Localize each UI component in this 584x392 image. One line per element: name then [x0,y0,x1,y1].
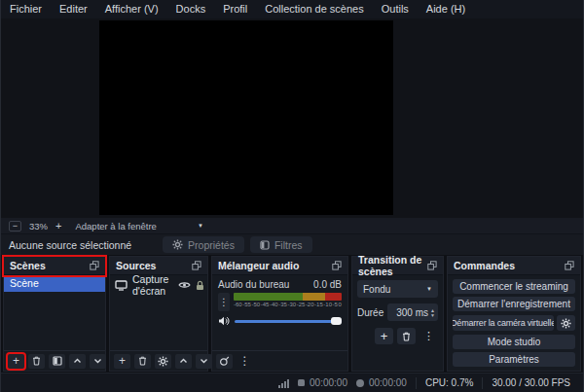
studio-mode-button[interactable]: Mode studio [453,335,575,349]
source-toolbar: Aucune source sélectionné Propriétés Fil… [1,233,583,255]
audio-channel: Audio du bureau 0.0 dB ⋮ -60-55-50-45-40… [212,275,347,350]
popout-icon[interactable] [427,261,437,270]
menu-item-collection-de-scenes[interactable]: Collection de scènes [256,0,373,18]
gear-icon [561,318,571,329]
controls-title: Commandes [454,260,515,271]
volume-slider[interactable] [235,320,342,323]
visibility-eye-icon[interactable] [178,281,191,289]
scene-transitions-title: Transition de scènes [358,254,427,277]
trash-icon [32,356,41,366]
fit-to-window-label: Adapter à la fenêtre [75,221,156,232]
transition-select[interactable]: Fondu ▼ [357,280,438,298]
menu-item-fichier[interactable]: Fichier [1,0,51,18]
volume-meter-bar [234,293,342,301]
scene-transitions-body: Fondu ▼ Durée 300 ms ▲ ▼ + [352,275,443,371]
kebab-menu-icon: ⋮ [239,355,251,367]
program-canvas [99,20,393,215]
scenes-toolbar: + [4,350,105,371]
popout-icon[interactable] [192,261,201,270]
spin-up-icon[interactable]: ▲ [430,308,435,312]
volume-slider-handle[interactable] [331,317,342,325]
status-bar: 00:00:00 00:00:00 CPU: 0.7% 30.00 / 30.0… [1,373,583,392]
remove-transition-button[interactable] [397,328,416,344]
sources-panel-header: Sources [110,257,207,275]
move-scene-up-button[interactable] [69,354,86,369]
cpu-usage: CPU: 0.7% [425,377,473,388]
stream-timer: 00:00:00 [298,377,347,388]
move-source-up-button[interactable] [175,354,192,369]
source-properties-button[interactable] [155,354,171,369]
zoom-level: 33% [29,221,48,232]
preview-area[interactable] [1,18,583,218]
start-streaming-button[interactable]: Commencer le streaming [453,279,575,294]
settings-button[interactable]: Paramètres [453,352,575,367]
add-source-button[interactable]: + [114,354,130,369]
sources-panel: Sources Capture d'écran + [109,256,208,372]
fps-indicator: 30.00 / 30.00 FPS [492,377,570,388]
move-scene-down-button[interactable] [90,354,106,369]
popout-icon[interactable] [332,261,342,270]
audio-mixer-title: Mélangeur audio [218,260,299,271]
plus-icon: + [119,355,126,367]
filters-label: Filtres [274,239,303,251]
popout-icon[interactable] [90,261,99,270]
scenes-panel-header: Scènes [4,257,105,275]
scene-list-item[interactable]: Scène [4,275,105,292]
record-status-icon [356,379,364,387]
menu-item-outils[interactable]: Outils [373,0,418,18]
lock-icon[interactable] [196,280,204,291]
controls-body: Commencer le streaming Démarrer l'enregi… [448,275,580,371]
start-recording-button[interactable]: Démarrer l'enregistrement [453,297,575,311]
chevron-down-icon [200,358,208,364]
audio-channel-level: 0.0 dB [313,279,342,290]
add-scene-button[interactable]: + [8,354,24,369]
transition-menu-button[interactable]: ⋮ [420,328,438,344]
meter-orange-segment [303,293,325,301]
zoom-in-button[interactable]: + [55,220,61,232]
trash-icon [138,356,147,366]
virtual-camera-settings-button[interactable] [557,315,575,332]
menu-item-docks[interactable]: Docks [167,0,215,18]
scene-filters-button[interactable] [49,354,65,369]
properties-button[interactable]: Propriétés [163,236,244,253]
audio-channel-menu-button[interactable]: ⋮ [218,293,230,311]
sources-list: Capture d'écran [110,275,207,350]
spin-down-icon[interactable]: ▼ [430,313,435,317]
chevron-down-icon: ▼ [426,286,432,292]
audio-channel-name: Audio du bureau [218,279,289,290]
speaker-icon[interactable] [218,316,230,326]
move-source-down-button[interactable] [196,354,212,369]
start-virtual-camera-button[interactable]: Démarrer la caméra virtuelle [453,315,554,332]
network-signal-icon [278,378,289,388]
menu-item-editer[interactable]: Editer [51,0,96,18]
meter-scale: -60-55-50-45-40-35-30-25-20-15-10-50 [234,302,342,307]
remove-scene-button[interactable] [28,354,45,369]
add-transition-button[interactable]: + [375,328,393,344]
filter-icon [260,240,270,250]
menu-item-profil[interactable]: Profil [214,0,256,18]
popout-icon[interactable] [565,261,574,270]
remove-source-button[interactable] [134,354,151,369]
menu-item-aide[interactable]: Aide (H) [418,0,474,18]
filters-button[interactable]: Filtres [250,236,312,253]
gear-icon [172,239,183,250]
advanced-audio-button[interactable] [216,354,233,369]
scenes-list: Scène [4,275,105,350]
zoom-out-button[interactable]: − [9,221,21,232]
trash-icon [402,332,411,341]
chevron-up-icon [73,358,82,364]
record-timer: 00:00:00 [356,377,407,388]
stream-status-icon [298,379,305,386]
source-list-item[interactable]: Capture d'écran [110,275,207,295]
stream-time: 00:00:00 [310,377,347,388]
duration-spinbox[interactable]: 300 ms ▲ ▼ [387,303,438,321]
transition-selected-value: Fondu [363,284,390,295]
source-name: Capture d'écran [132,275,168,297]
sources-toolbar: + [110,350,207,371]
fit-to-window-dropdown[interactable]: Adapter à la fenêtre ▼ [75,221,202,232]
display-capture-icon [115,280,128,291]
obs-window: Fichier Editer Afficher (V) Docks Profil… [0,0,584,392]
chevron-down-icon: ▼ [198,223,203,229]
menu-item-afficher[interactable]: Afficher (V) [96,0,167,18]
mixer-menu-button[interactable]: ⋮ [237,354,253,369]
